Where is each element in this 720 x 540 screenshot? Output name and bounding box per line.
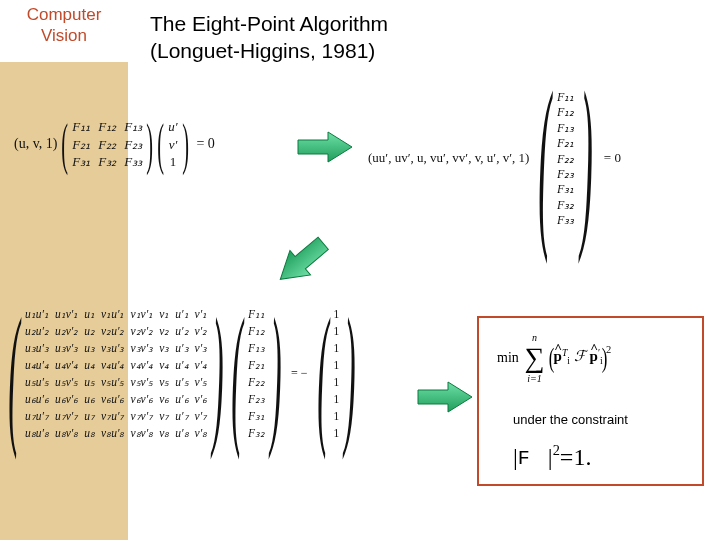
eq2-rowvec: (uu′, uv′, u, vu′, vv′, v, u′, v′, 1) xyxy=(368,150,529,165)
title-line2: (Longuet-Higgins, 1981) xyxy=(150,37,388,64)
eq1-rhs: = 0 xyxy=(196,136,214,151)
eq3-A-matrix: ( u₁u′₁u₂u′₂u₃u′₃u₄u′₄u₅u′₅u₆u′₆u₇u′₇u₈u… xyxy=(6,306,226,442)
title-line1: The Eight-Point Algorithm xyxy=(150,10,388,37)
arrow-right-1-icon xyxy=(296,130,354,164)
svg-marker-2 xyxy=(418,382,472,412)
constraint-label: under the constraint xyxy=(513,412,628,427)
svg-marker-1 xyxy=(270,232,333,292)
arrow-downleft-icon xyxy=(266,232,336,292)
eq3-eq: = − xyxy=(291,366,308,380)
brand-line2: Vision xyxy=(0,25,128,46)
equation-2: (uu′, uv′, u, vu′, vv′, v, u′, v′, 1) ( … xyxy=(368,88,621,231)
eq1-rowvec: (u, v, 1) xyxy=(14,136,57,151)
constraint-box: min n ∑ i=1 (pTi ℱ p′i)2 under the const… xyxy=(477,316,704,486)
minimize-equation: min n ∑ i=1 (pTi ℱ p′i)2 xyxy=(497,342,611,374)
equation-3: ( u₁u′₁u₂u′₂u₃u′₃u₄u′₄u₅u′₅u₆u′₆u₇u′₇u₈u… xyxy=(6,306,358,442)
eq2-fvec: ( F₁₁F₁₂F₁₃ F₂₁F₂₂F₂₃ F₃₁F₃₂F₃₃ ) xyxy=(535,88,597,231)
svg-marker-0 xyxy=(298,132,352,162)
equation-1: (u, v, 1) ( F₁₁F₂₁F₃₁ F₁₂F₂₂F₃₂ F₁₃F₂₃F₃… xyxy=(14,118,215,171)
eq1-vec: ( u′v′1 ) xyxy=(157,118,189,171)
eq3-fvec: ( F₁₁F₁₂F₁₃F₂₁ F₂₂F₂₃F₃₁F₃₂ ) xyxy=(229,306,284,442)
brand-title: Computer Vision xyxy=(0,4,128,47)
constraint-equation: |F|2=1. xyxy=(513,442,591,471)
arrow-right-2-icon xyxy=(416,380,474,414)
slide-title: The Eight-Point Algorithm (Longuet-Higgi… xyxy=(150,10,388,65)
eq3-ones: ( 1111 1111 ) xyxy=(315,306,359,442)
eq1-F-matrix: ( F₁₁F₂₁F₃₁ F₁₂F₂₂F₃₂ F₁₃F₂₃F₃₃ ) xyxy=(61,118,154,171)
eq2-rhs: = 0 xyxy=(604,150,621,165)
brand-line1: Computer xyxy=(0,4,128,25)
